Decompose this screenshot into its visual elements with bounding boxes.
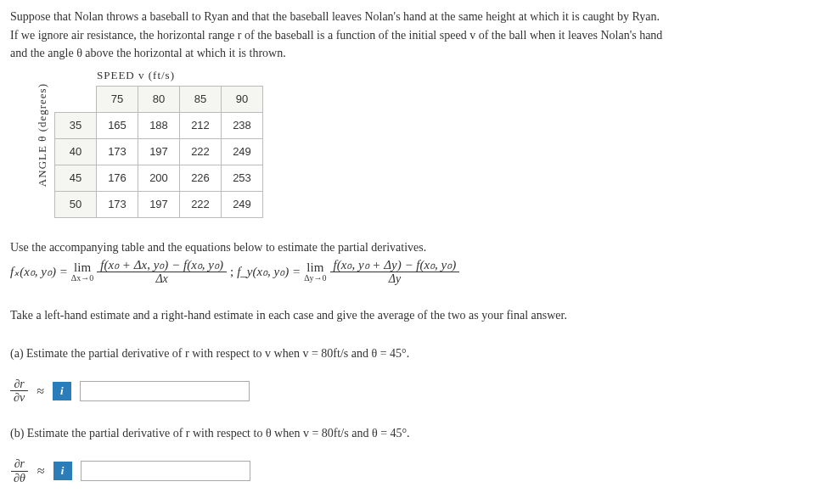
col-header: 90: [222, 86, 263, 112]
lim-label: lim: [74, 261, 91, 274]
cell: 197: [138, 191, 180, 217]
part-a: (a) Estimate the partial derivative of r…: [10, 344, 805, 405]
cell: 222: [180, 191, 222, 217]
cell: 212: [180, 112, 222, 138]
cell: 197: [138, 138, 180, 165]
lim-sub: Δx→0: [71, 274, 93, 283]
fx-num: f(x₀ + Δx, y₀) − f(x₀, y₀): [97, 258, 227, 273]
dr-dtheta-den: ∂θ: [10, 472, 29, 484]
cell: 226: [180, 165, 222, 191]
data-table: 75 80 85 90 35 165 188 212 238 40 173 19…: [54, 86, 263, 218]
cell: 222: [180, 138, 222, 165]
part-a-question: (a) Estimate the partial derivative of r…: [10, 344, 805, 362]
dr-dv-num: ∂r: [10, 378, 27, 391]
cell: 176: [97, 165, 138, 191]
table-row: 45 176 200 226 253: [55, 165, 263, 191]
fy-num: f(x₀, y₀ + Δy) − f(x₀, y₀): [330, 258, 460, 273]
table-row: 40 173 197 222 249: [55, 138, 263, 165]
answer-input-b[interactable]: [81, 461, 250, 481]
intro-line-1: Suppose that Nolan throws a baseball to …: [10, 8, 805, 25]
intro-line-2: If we ignore air resistance, the horizon…: [10, 27, 805, 44]
fx-lim: lim Δx→0: [71, 261, 93, 283]
table-horizontal-label: SPEED v (ft/s): [97, 69, 263, 82]
intro-line-3: and the angle θ above the horizontal at …: [10, 45, 805, 62]
cell: 200: [138, 165, 180, 191]
table-header-row: 75 80 85 90: [55, 86, 263, 112]
row-header: 40: [55, 138, 97, 165]
col-header: 80: [138, 86, 180, 112]
fx-frac: f(x₀ + Δx, y₀) − f(x₀, y₀) Δx: [97, 258, 227, 286]
dr-dv-den: ∂v: [10, 391, 28, 404]
derivative-prompt: Use the accompanying table and the equat…: [10, 238, 805, 286]
lim-sub: Δy→0: [304, 274, 326, 283]
cell: 173: [97, 191, 138, 217]
answer-input-a[interactable]: [80, 381, 250, 401]
problem-intro: Suppose that Nolan throws a baseball to …: [10, 8, 805, 62]
row-header: 50: [55, 191, 97, 217]
eq-sep: ;: [230, 262, 233, 282]
fy-frac: f(x₀, y₀ + Δy) − f(x₀, y₀) Δy: [330, 258, 460, 286]
lim-label: lim: [306, 261, 323, 274]
part-a-answer-row: ∂r ∂v ≈ i: [10, 378, 805, 405]
dr-dtheta-num: ∂r: [11, 457, 28, 471]
dr-dtheta: ∂r ∂θ: [10, 457, 29, 484]
col-header: 75: [97, 86, 138, 112]
table-row: 50 173 197 222 249: [55, 191, 263, 217]
fx-lhs: fₓ(x₀, y₀) =: [10, 262, 68, 282]
cell: 253: [222, 165, 263, 191]
info-button-a[interactable]: i: [53, 382, 71, 400]
table-corner: [55, 86, 97, 112]
part-b-answer-row: ∂r ∂θ ≈ i: [10, 457, 805, 484]
info-button-b[interactable]: i: [53, 462, 72, 480]
prompt-text-1: Use the accompanying table and the equat…: [10, 238, 805, 256]
cell: 188: [138, 112, 180, 138]
equations: fₓ(x₀, y₀) = lim Δx→0 f(x₀ + Δx, y₀) − f…: [10, 258, 805, 286]
cell: 173: [97, 138, 138, 165]
row-header: 35: [55, 112, 97, 138]
part-b-question: (b) Estimate the partial derivative of r…: [10, 424, 805, 442]
data-table-wrap: ANGLE θ (degrees) SPEED v (ft/s) 75 80 8…: [36, 69, 805, 218]
prompt-text-2: Take a left-hand estimate and a right-ha…: [10, 306, 805, 324]
part-b: (b) Estimate the partial derivative of r…: [10, 424, 805, 484]
approx-sign: ≈: [37, 381, 44, 401]
row-header: 45: [55, 165, 97, 191]
table-row: 35 165 188 212 238: [55, 112, 263, 138]
fx-den: Δx: [152, 272, 171, 285]
cell: 165: [97, 112, 138, 138]
cell: 249: [222, 138, 263, 165]
cell: 238: [222, 112, 263, 138]
dr-dv: ∂r ∂v: [10, 378, 28, 405]
fy-lhs: f_y(x₀, y₀) =: [237, 262, 301, 282]
cell: 249: [222, 191, 263, 217]
table-vertical-label: ANGLE θ (degrees): [36, 83, 49, 204]
fy-lim: lim Δy→0: [304, 261, 326, 283]
fy-den: Δy: [385, 272, 404, 285]
col-header: 85: [180, 86, 222, 112]
approx-sign: ≈: [37, 461, 45, 481]
